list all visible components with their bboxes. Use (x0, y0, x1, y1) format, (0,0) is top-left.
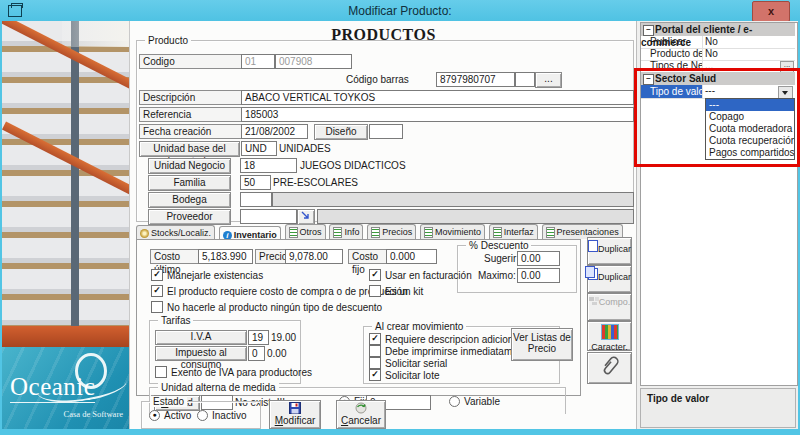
diseno-field[interactable] (369, 124, 403, 139)
descripcion-field[interactable]: ABACO VERTICAL TOYKOS (241, 90, 634, 105)
solicitar-serial-checkbox[interactable]: Solicitar serial (369, 357, 447, 369)
checkbox-label: No hacerle al producto ningún tipo de de… (167, 302, 382, 313)
dropdown-option[interactable]: Cuota moderadora (706, 123, 794, 135)
tab-movimiento[interactable]: Movimiento (420, 224, 485, 239)
gear-icon (140, 229, 149, 238)
checkbox-label: Usar en facturación (385, 270, 472, 281)
consumo-rate-field[interactable]: 0 (248, 346, 265, 361)
codigo-barras-field[interactable]: 8797980707 (436, 72, 515, 87)
maximo-label: Maximo: (478, 270, 516, 281)
familia-button[interactable]: Familia (148, 175, 231, 191)
cancelar-button[interactable]: Cancelar (336, 400, 386, 429)
referencia-field[interactable]: 185003 (241, 107, 634, 122)
property-name: Tipo de valor (641, 85, 703, 98)
tab-otros[interactable]: Otros (285, 224, 326, 239)
document-icon (289, 227, 298, 238)
tab-label: Movimiento (435, 227, 481, 237)
dropdown-option[interactable]: Cuota recuperación (706, 135, 794, 147)
close-icon[interactable]: x (752, 1, 790, 22)
oceanic-logo: Oceanic Casa de Software (2, 347, 129, 429)
property-name: Producto destacado (641, 48, 703, 60)
dropdown-option[interactable]: Copago (706, 111, 794, 123)
title-bar[interactable]: Modificar Producto: x (0, 0, 800, 21)
checkbox-mark: ✓ (369, 369, 381, 381)
costo-fijo-field[interactable]: 0.000 (386, 249, 437, 264)
unidad-base-name: UNIDADES (279, 143, 331, 154)
barcode-browse-button[interactable]: ... (535, 72, 562, 88)
checkbox-mark (369, 357, 381, 369)
tarifas-legend: Tarifas (158, 315, 193, 326)
button-label: Caracter. (591, 342, 628, 352)
bodega-field[interactable] (240, 192, 272, 207)
manejarle-existencias-checkbox[interactable]: ✓Manejarle existencias (151, 269, 263, 281)
debe-imprimirse-checkbox[interactable]: Debe imprimirse inmediatamente (369, 345, 532, 357)
requiere-descripcion-checkbox[interactable]: ✓Requiere descripcion adicional (369, 333, 521, 345)
no-descuento-checkbox[interactable]: No hacerle al producto ningún tipo de de… (151, 301, 382, 313)
tab-label: Stocks/Localiz. (151, 228, 211, 238)
sector-salud-section-header[interactable]: Sector Salud (641, 72, 795, 85)
collapse-icon[interactable] (643, 74, 654, 85)
tab-precios[interactable]: Precios (367, 224, 416, 239)
codigo-barras-extra-field[interactable] (515, 72, 535, 87)
movimiento-legend: Al crear movimiento (372, 321, 466, 332)
costo-ultimo-label: Costo último (150, 249, 201, 264)
precio-field[interactable]: 9,078.00 (285, 249, 343, 264)
proveedor-button[interactable]: Proveedor (148, 209, 231, 225)
unidad-negocio-field[interactable]: 18 (240, 158, 297, 173)
activo-radio[interactable]: ●Activo (149, 410, 191, 421)
tipo-de-valor-row[interactable]: Tipo de valor --- (641, 85, 795, 99)
iva-button[interactable]: I.V.A (155, 330, 247, 345)
bodega-button[interactable]: Bodega (148, 192, 231, 208)
exento-iva-checkbox[interactable]: Exento de IVA para productores (155, 366, 312, 378)
button-label: Duplicar (598, 244, 631, 254)
radio-label: Variable (464, 396, 500, 407)
duplicar-button[interactable]: Duplicar (587, 237, 632, 265)
es-un-kit-checkbox[interactable]: Es un kit (369, 285, 423, 297)
radio-mark: ● (149, 410, 160, 421)
tab-stocks-localiz[interactable]: Stocks/Localiz. (136, 225, 215, 240)
proveedor-field[interactable] (240, 209, 297, 224)
copy-icon (588, 240, 598, 252)
fecha-creacion-label: Fecha creación (139, 124, 242, 139)
sugerir-field[interactable]: 0.00 (517, 251, 560, 266)
unidad-negocio-button[interactable]: Unidad Negocio (148, 158, 231, 174)
dropdown-option[interactable]: --- (706, 99, 794, 111)
tab-interfaz[interactable]: Interfaz (489, 224, 538, 239)
tab-bar: Stocks/Localiz. Inventario Otros Info Pr… (136, 224, 634, 240)
modificar-button[interactable]: Modificar (269, 400, 321, 429)
attachments-button[interactable] (587, 352, 632, 384)
dropdown-option[interactable]: Pagos compartidos (706, 147, 794, 159)
consumo-value: 0.00 (267, 348, 286, 359)
modificar-producto-window: Modificar Producto: x Oceanic Casa de So… (0, 0, 800, 435)
caracteristicas-button[interactable]: Caracter. (587, 321, 632, 351)
collapse-icon[interactable] (643, 25, 654, 36)
ver-listas-precio-button[interactable]: Ver Listas de Precio (511, 328, 573, 361)
diseno-button[interactable]: Diseño (314, 124, 368, 140)
impuesto-consumo-button[interactable]: Impuesto al consumo (155, 346, 247, 361)
costo-ultimo-field[interactable]: 5,183.990 (198, 249, 253, 264)
proveedor-picker-button[interactable] (297, 209, 315, 225)
unidad-base-field[interactable]: UND (241, 141, 277, 156)
property-value: ... (705, 60, 713, 72)
precio-label: Precio (255, 249, 288, 264)
solicitar-lote-checkbox[interactable]: ✓Solicitar lote (369, 369, 439, 381)
fecha-creacion-field[interactable]: 21/08/2002 (241, 124, 308, 139)
unidad-base-button[interactable]: Unidad base del inventario (139, 141, 240, 157)
maximo-field[interactable]: 0.00 (517, 268, 560, 283)
inactivo-radio[interactable]: Inactivo (197, 410, 246, 421)
property-name: Tipos de Negocio (641, 60, 703, 72)
familia-field[interactable]: 50 (240, 175, 271, 190)
tab-info[interactable]: Info (329, 224, 363, 239)
portal-section-header[interactable]: Portal del cliente / e-commerce (641, 23, 795, 36)
duplicar2-button[interactable]: Duplicar (587, 265, 632, 293)
codigo-prefix-field[interactable]: 01 (241, 54, 275, 69)
usar-facturacion-checkbox[interactable]: ✓Usar en facturación (369, 269, 472, 281)
checkbox-mark (155, 366, 167, 378)
logo-brand: Oceanic (10, 373, 95, 403)
variable-radio[interactable]: Variable (449, 396, 500, 407)
button-label: Cancelar (337, 414, 385, 427)
property-grid: Portal del cliente / e-commerce Publicar… (640, 22, 798, 386)
iva-rate-field[interactable]: 19 (248, 330, 269, 345)
codigo-field[interactable]: 007908 (275, 54, 352, 69)
radio-mark (449, 396, 460, 407)
